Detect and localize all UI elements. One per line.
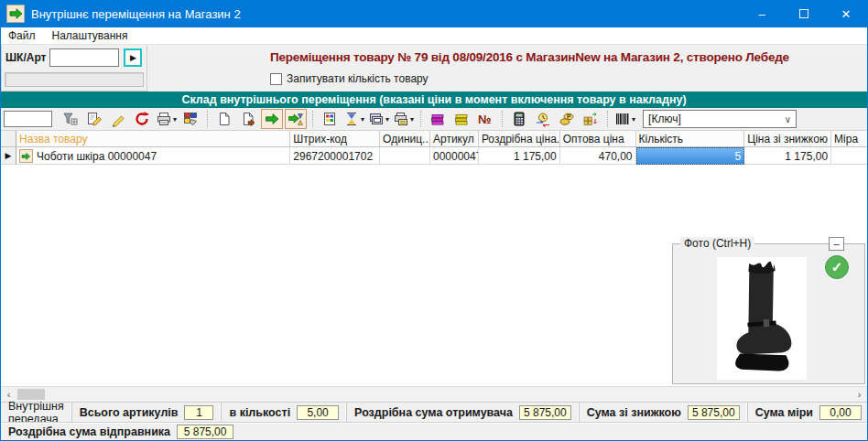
product-photo — [717, 257, 807, 380]
column-header-name[interactable]: Назва товару — [16, 131, 290, 146]
scroll-left-arrow[interactable]: ‹ — [1, 387, 16, 402]
retail-sum-sender-value: 5 875,00 — [177, 425, 233, 439]
sku-status-bar — [5, 72, 144, 87]
column-header-unit[interactable]: Одиниц... — [380, 131, 430, 146]
menu-settings[interactable]: Налаштування — [52, 29, 128, 42]
clock-arrows-icon[interactable] — [532, 109, 554, 129]
stack-yellow-icon[interactable] — [450, 109, 472, 129]
toolbar-quick-input[interactable] — [4, 111, 52, 127]
transfer-hourglass-icon[interactable] — [285, 109, 307, 129]
sku-input[interactable] — [49, 48, 119, 67]
horizontal-scrollbar[interactable]: ‹ › — [1, 386, 867, 402]
toolbar: ▾▾▾▾№P▾ [Ключ] ∨ — [1, 108, 867, 131]
stack-magenta-icon[interactable] — [427, 109, 449, 129]
close-button[interactable]: ✕ — [825, 0, 867, 27]
sku-label: ШК/Арт — [5, 51, 46, 64]
scroll-right-arrow[interactable]: › — [852, 387, 867, 402]
column-header-quantity[interactable]: Кількість — [636, 131, 745, 146]
boot-image — [720, 260, 804, 377]
column-header-discount-price[interactable]: Ціна зі знижкою — [744, 131, 831, 146]
calculator-icon[interactable] — [508, 109, 530, 129]
column-header-retail-price[interactable]: Роздрібна ціна... — [479, 131, 560, 146]
status-total-articles: Всього артикулів 1 — [72, 403, 222, 422]
ask-quantity-checkbox[interactable] — [270, 73, 282, 85]
print-list-icon[interactable]: ▾ — [392, 109, 415, 129]
title-bar: Внутрішнє переміщення на Магазин 2 – ✕ — [1, 0, 867, 27]
photo-minimize-button[interactable]: – — [829, 237, 844, 251]
svg-text:№: № — [478, 113, 492, 126]
cell-name[interactable]: Чоботи шкіра 00000047 — [16, 147, 290, 165]
menu-bar: Файл Налаштування — [1, 27, 867, 45]
edit-document-icon[interactable] — [83, 109, 105, 129]
status-bar-2: Роздрібна сума відправника 5 875,00 — [1, 422, 867, 440]
maximize-icon — [799, 9, 808, 18]
green-arrow-icon — [7, 5, 24, 22]
photo-panel-title: Фото (Ctrl+H) — [680, 237, 754, 250]
cell-quantity-selected[interactable]: 5 — [636, 147, 745, 165]
status-total-quantity: в кількості 5,00 — [222, 403, 347, 422]
total-articles-value: 1 — [184, 405, 213, 420]
status-transfer-type: Внутрішня передача — [1, 403, 72, 422]
key-combobox-value: [Ключ] — [648, 113, 681, 125]
status-retail-sum-receiver: Роздрібна сума отримувача 5 875,00 — [347, 403, 580, 422]
scrollbar-thumb[interactable] — [17, 389, 45, 400]
filter-icon[interactable] — [60, 109, 81, 129]
column-header-article[interactable]: Артикул — [430, 131, 479, 146]
print-batch-icon[interactable]: ▾ — [367, 109, 390, 129]
document-header-text: Переміщення товару № 79 від 08/09/2016 с… — [270, 50, 865, 64]
toolbar-separator — [502, 111, 503, 127]
sign-pencil-icon[interactable] — [107, 109, 129, 129]
cell-unit[interactable] — [380, 147, 430, 165]
maximize-button[interactable] — [783, 0, 825, 27]
photo-approved-check-icon: ✓ — [825, 255, 849, 279]
photo-panel: Фото (Ctrl+H) – ✓ — [672, 243, 865, 384]
print-icon[interactable]: ▾ — [155, 109, 178, 129]
row-transfer-icon — [19, 149, 33, 163]
barcode-icon[interactable]: ▾ — [613, 109, 636, 129]
transfer-arrow-icon[interactable] — [261, 109, 283, 129]
cell-retail-price[interactable]: 1 175,00 — [479, 147, 560, 165]
menu-file[interactable]: Файл — [8, 29, 36, 42]
hourglass-icon[interactable]: ▾ — [342, 109, 365, 129]
toolbar-separator — [420, 111, 421, 127]
row-indicator-header — [1, 131, 16, 146]
price-coins-icon[interactable]: P — [556, 109, 578, 129]
move-grid-icon[interactable] — [580, 109, 602, 129]
cell-wholesale-price[interactable]: 470,00 — [560, 147, 636, 165]
top-panel: ШК/Арт ▶ Переміщення товару № 79 від 08/… — [1, 45, 867, 91]
table-row[interactable]: ▶ Чоботи шкіра 00000047 2967200001702 00… — [1, 147, 867, 165]
status-measure-sum: Сума міри 0,00 — [748, 403, 868, 422]
window-title: Внутрішнє переміщення на Магазин 2 — [31, 7, 741, 21]
report-colors-icon[interactable] — [319, 109, 341, 129]
numero-icon[interactable]: № — [474, 109, 496, 129]
toolbar-separator — [312, 111, 313, 127]
cell-article[interactable]: 00000047 — [430, 147, 479, 165]
key-combobox[interactable]: [Ключ] ∨ — [643, 110, 797, 128]
row-indicator: ▶ — [1, 147, 16, 165]
table-header: Назва товару Штрих-код Одиниц... Артикул… — [1, 131, 867, 147]
discount-sum-value: 5 875,00 — [688, 405, 740, 420]
ask-quantity-row: Запитувати кількість товару — [270, 72, 429, 85]
import-document-icon[interactable] — [237, 109, 259, 129]
minimize-button[interactable]: – — [741, 0, 783, 27]
status-discount-sum: Сума зі знижкою 5 875,00 — [580, 403, 748, 422]
grid-empty-area: Фото (Ctrl+H) – ✓ — [1, 165, 867, 386]
retail-sum-sender-label: Роздрібна сума відправника — [8, 425, 170, 438]
design-colors-icon[interactable] — [179, 109, 201, 129]
column-header-barcode[interactable]: Штрих-код — [290, 131, 380, 146]
new-document-icon[interactable] — [213, 109, 235, 129]
status-bar: Внутрішня передача Всього артикулів 1 в … — [1, 402, 867, 422]
section-header: Склад внутрішнього переміщення (вказані … — [1, 91, 867, 108]
sku-group: ШК/Арт ▶ — [1, 45, 147, 91]
sku-go-button[interactable]: ▶ — [124, 48, 142, 67]
retail-sum-receiver-value: 5 875,00 — [519, 405, 571, 420]
refresh-icon[interactable] — [131, 109, 153, 129]
cell-barcode[interactable]: 2967200001702 — [290, 147, 380, 165]
column-header-wholesale-price[interactable]: Оптова ціна — [560, 131, 636, 146]
toolbar-separator — [207, 111, 208, 127]
cell-measure[interactable] — [831, 147, 867, 165]
cell-discount-price[interactable]: 1 175,00 — [744, 147, 831, 165]
svg-text:P: P — [567, 113, 571, 120]
column-header-measure[interactable]: Міра — [831, 131, 867, 146]
product-name: Чоботи шкіра 00000047 — [37, 150, 157, 163]
